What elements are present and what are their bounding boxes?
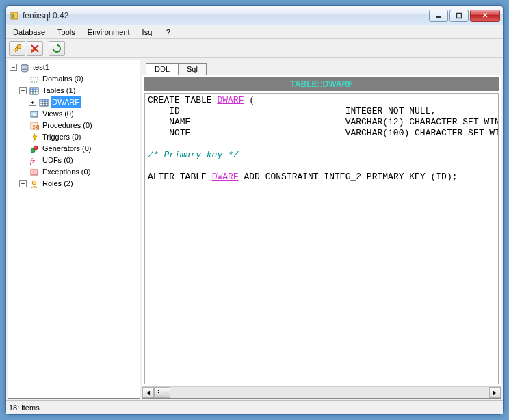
database-icon <box>19 62 30 73</box>
menu-isql[interactable]: Isql <box>140 27 157 38</box>
tree-node-domains[interactable]: Domains (0) <box>10 73 138 85</box>
expand-icon[interactable]: + <box>19 180 27 187</box>
node-label: UDFs (0) <box>41 155 75 166</box>
node-label: Procedures (0) <box>41 120 94 131</box>
procedure-icon: sql <box>29 120 40 131</box>
statusbar: 18: items <box>6 400 503 414</box>
node-label: Tables (1) <box>41 85 77 96</box>
svg-text:fx: fx <box>30 157 36 165</box>
tree-node-udfs[interactable]: fx UDFs (0) <box>10 155 138 166</box>
svg-text:!: ! <box>33 169 35 176</box>
expand-icon[interactable]: + <box>29 99 36 106</box>
app-icon <box>9 10 20 21</box>
node-label: Domains (0) <box>41 73 85 85</box>
toolbar-connect-button[interactable] <box>9 41 25 56</box>
collapse-icon[interactable]: − <box>19 87 27 94</box>
status-text: 18: items <box>9 404 40 412</box>
node-label: test1 <box>31 62 51 73</box>
minimize-button[interactable] <box>429 10 448 22</box>
scroll-track[interactable] <box>170 387 489 398</box>
node-label: Generators (0) <box>41 143 93 155</box>
svg-point-24 <box>33 113 36 116</box>
view-icon <box>29 109 40 120</box>
tree-node-triggers[interactable]: Triggers (0) <box>10 131 138 143</box>
detail-panel: DDL Sql TABLE::DWARF CREATE TABLE DWARF … <box>142 60 501 399</box>
object-banner: TABLE::DWARF <box>144 77 499 91</box>
role-icon <box>29 179 40 189</box>
node-label: DWARF <box>51 96 81 108</box>
ddl-text: CREATE TABLE DWARF ( ID INTEGER NOT NULL… <box>145 94 498 184</box>
collapse-icon[interactable]: − <box>10 64 17 71</box>
svg-point-28 <box>34 146 38 150</box>
svg-point-32 <box>32 181 36 185</box>
exception-icon: ! <box>29 167 40 178</box>
toolbar-disconnect-button[interactable] <box>27 41 43 56</box>
generator-icon <box>29 144 40 155</box>
content-area: − test1 Domains (0) <box>6 58 503 400</box>
table-icon <box>38 97 49 108</box>
menu-environment[interactable]: Environment <box>85 27 133 38</box>
menu-help[interactable]: ? <box>164 27 173 38</box>
titlebar[interactable]: fenixsql 0.42 ✕ <box>6 6 503 25</box>
node-label: Views (0) <box>41 108 75 120</box>
menu-database[interactable]: Database <box>10 27 48 38</box>
menu-tools[interactable]: Tools <box>55 27 78 38</box>
svg-point-4 <box>17 44 21 49</box>
tab-ddl[interactable]: DDL <box>146 63 179 75</box>
svg-rect-16 <box>30 88 38 90</box>
svg-rect-10 <box>31 77 38 82</box>
svg-rect-22 <box>40 99 48 101</box>
svg-rect-1 <box>12 14 14 18</box>
node-label: Roles (2) <box>41 178 75 189</box>
tree-node-generators[interactable]: Generators (0) <box>10 143 138 155</box>
tree-node-database[interactable]: − test1 <box>10 62 138 73</box>
app-window: fenixsql 0.42 ✕ Database Tools Environme… <box>5 5 504 415</box>
scroll-right-button[interactable]: ► <box>489 387 501 398</box>
table-icon <box>29 86 40 96</box>
toolbar <box>6 39 503 58</box>
toolbar-refresh-button[interactable] <box>49 41 65 56</box>
svg-point-9 <box>21 69 28 72</box>
tree-node-views[interactable]: Views (0) <box>10 108 138 120</box>
tree-node-tables[interactable]: − Tables (1) <box>10 85 138 96</box>
node-label: Exceptions (0) <box>41 166 92 178</box>
window-title: fenixsql 0.42 <box>23 11 429 21</box>
menubar: Database Tools Environment Isql ? <box>6 25 503 39</box>
tabstrip: DDL Sql <box>142 60 501 75</box>
scroll-left-button[interactable]: ◄ <box>142 387 154 398</box>
svg-rect-3 <box>457 13 462 18</box>
tree-node-roles[interactable]: + Roles (2) <box>10 178 138 189</box>
node-label: Triggers (0) <box>41 131 82 143</box>
tab-sql[interactable]: Sql <box>178 63 207 75</box>
tree-node-exceptions[interactable]: ! Exceptions (0) <box>10 166 138 178</box>
tree-node-dwarf[interactable]: + DWARF <box>10 96 138 108</box>
trigger-icon <box>29 132 40 143</box>
ddl-viewer[interactable]: CREATE TABLE DWARF ( ID INTEGER NOT NULL… <box>144 93 499 384</box>
close-button[interactable]: ✕ <box>470 10 500 22</box>
maximize-button[interactable] <box>449 10 469 22</box>
udf-icon: fx <box>29 155 40 166</box>
tab-body: TABLE::DWARF CREATE TABLE DWARF ( ID INT… <box>142 75 501 399</box>
object-tree[interactable]: − test1 Domains (0) <box>8 60 140 399</box>
tree-node-procedures[interactable]: sql Procedures (0) <box>10 120 138 131</box>
domain-icon <box>29 74 40 85</box>
scroll-thumb[interactable]: ⋮⋮ <box>154 387 170 398</box>
svg-text:sql: sql <box>32 123 39 130</box>
h-scrollbar[interactable]: ◄ ⋮⋮ ► <box>142 386 501 398</box>
